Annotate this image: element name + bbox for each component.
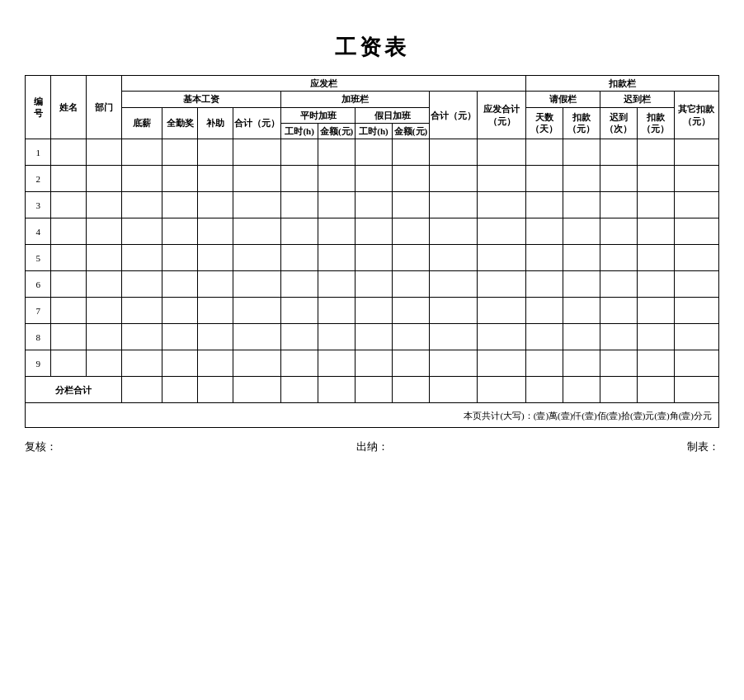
row-num: 8	[26, 324, 51, 350]
table-row: 1	[26, 139, 719, 166]
row-num: 9	[26, 350, 51, 377]
header-bumen: 部门	[87, 76, 122, 139]
header-qingjia-tian: 天数（天）	[525, 107, 563, 139]
table-row: 5	[26, 245, 719, 271]
subtotal-label: 分栏合计	[26, 377, 122, 403]
header-heji-jiben: 合计（元）	[233, 107, 280, 139]
header-jiari-shishi: 工时(h)	[356, 123, 393, 139]
table-row: 4	[26, 218, 719, 245]
row-num: 7	[26, 298, 51, 324]
signature-area: 复核： 出纳： 制表：	[25, 439, 719, 454]
table-row: 7	[26, 298, 719, 324]
header-quanqin: 全勤奖	[162, 107, 198, 139]
header-yingfa-heji: 应发合计（元）	[478, 92, 526, 139]
row-num: 3	[26, 192, 51, 218]
page-total-label: 本页共计(大写)：(壹)萬(壹)仟(壹)佰(壹)拾(壹)元(壹)角(壹)分元	[26, 403, 719, 428]
page-total-row: 本页共计(大写)：(壹)萬(壹)仟(壹)佰(壹)拾(壹)元(壹)角(壹)分元	[26, 403, 719, 428]
page-title: 工资表	[25, 33, 719, 62]
table-row: 8	[26, 324, 719, 350]
fuhe-label: 复核：	[25, 439, 57, 454]
header-row-2: 基本工资 加班栏 合计（元） 应发合计（元） 请假栏 迟到栏 其它扣款（元）	[26, 92, 719, 107]
header-pingshi-jine: 金额(元)	[318, 123, 356, 139]
row-num: 4	[26, 218, 51, 245]
header-pingshi: 平时加班	[281, 107, 356, 123]
row-num: 5	[26, 245, 51, 271]
header-dixin: 底薪	[121, 107, 162, 139]
header-jiari-jine: 金额(元)	[393, 123, 430, 139]
zhizao-label: 制表：	[687, 439, 719, 454]
salary-table: 编 号 姓名 部门 应发栏 扣款栏 基本工资 加班栏 合计（元） 应发合计（元）…	[25, 75, 719, 428]
header-row-1: 编 号 姓名 部门 应发栏 扣款栏	[26, 76, 719, 92]
header-pingshi-shishi: 工时(h)	[281, 123, 318, 139]
header-chidao-kou: 扣款（元）	[637, 107, 674, 139]
row-num: 2	[26, 166, 51, 192]
header-qita: 其它扣款（元）	[674, 92, 718, 139]
table-row: 9	[26, 350, 719, 377]
row-num: 6	[26, 271, 51, 298]
header-yingfa: 应发栏	[121, 76, 525, 92]
header-jiaban-heji: 合计（元）	[430, 92, 478, 139]
header-jiben: 基本工资	[121, 92, 280, 107]
table-row: 6	[26, 271, 719, 298]
header-koukuan: 扣款栏	[525, 76, 718, 92]
table-row: 3	[26, 192, 719, 218]
row-num: 1	[26, 139, 51, 166]
header-qingjia-kou: 扣款（元）	[563, 107, 600, 139]
header-qingjia: 请假栏	[525, 92, 600, 107]
chuna-label: 出纳：	[356, 439, 388, 454]
header-row-3: 底薪 全勤奖 补助 合计（元） 平时加班 假日加班 天数（天） 扣款（元） 迟到…	[26, 107, 719, 123]
header-bianho: 编 号	[26, 76, 51, 139]
header-xingming: 姓名	[51, 76, 87, 139]
header-jiariji: 假日加班	[356, 107, 430, 123]
header-chidao: 迟到栏	[600, 92, 674, 107]
header-buzhu: 补助	[198, 107, 233, 139]
header-chidao-ci: 迟到（次）	[600, 107, 637, 139]
subtotal-row: 分栏合计	[26, 377, 719, 403]
header-jiaban: 加班栏	[281, 92, 430, 107]
table-row: 2	[26, 166, 719, 192]
